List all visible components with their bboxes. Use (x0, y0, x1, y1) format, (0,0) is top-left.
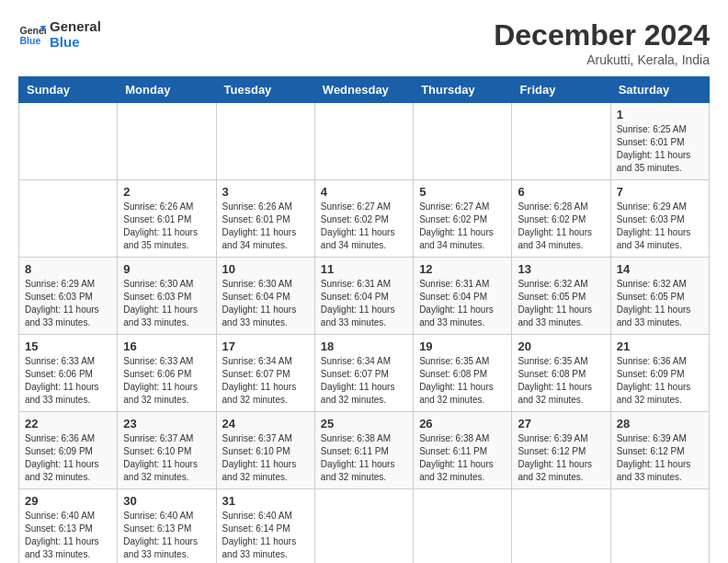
header-sunday: Sunday (19, 77, 118, 103)
day-info: Sunrise: 6:40 AMSunset: 6:13 PMDaylight:… (123, 510, 210, 561)
day-number: 13 (518, 262, 604, 276)
empty-cell (314, 489, 413, 564)
day-info: Sunrise: 6:26 AMSunset: 6:01 PMDaylight:… (222, 201, 309, 252)
day-number: 1 (617, 108, 703, 121)
day-cell-2: 2Sunrise: 6:26 AMSunset: 6:01 PMDaylight… (118, 180, 216, 258)
calendar-week-2: 2Sunrise: 6:26 AMSunset: 6:01 PMDaylight… (19, 180, 710, 258)
day-info: Sunrise: 6:26 AMSunset: 6:01 PMDaylight:… (123, 201, 210, 252)
day-info: Sunrise: 6:31 AMSunset: 6:04 PMDaylight:… (419, 278, 506, 329)
day-info: Sunrise: 6:30 AMSunset: 6:04 PMDaylight:… (222, 278, 309, 329)
day-cell-18: 18Sunrise: 6:34 AMSunset: 6:07 PMDayligh… (314, 335, 413, 412)
day-number: 23 (123, 417, 210, 431)
calendar-table: SundayMondayTuesdayWednesdayThursdayFrid… (18, 76, 710, 563)
day-info: Sunrise: 6:32 AMSunset: 6:05 PMDaylight:… (518, 278, 604, 329)
day-cell-12: 12Sunrise: 6:31 AMSunset: 6:04 PMDayligh… (414, 258, 512, 335)
day-cell-21: 21Sunrise: 6:36 AMSunset: 6:09 PMDayligh… (610, 335, 709, 412)
day-number: 20 (518, 339, 604, 353)
calendar-week-5: 22Sunrise: 6:36 AMSunset: 6:09 PMDayligh… (19, 412, 710, 489)
header-thursday: Thursday (414, 77, 512, 103)
day-number: 8 (25, 262, 111, 276)
day-cell-20: 20Sunrise: 6:35 AMSunset: 6:08 PMDayligh… (512, 335, 610, 412)
header-tuesday: Tuesday (216, 77, 314, 103)
day-number: 14 (617, 262, 703, 276)
calendar-week-6: 29Sunrise: 6:40 AMSunset: 6:13 PMDayligh… (19, 489, 710, 564)
empty-cell (19, 180, 118, 258)
day-number: 25 (321, 417, 407, 431)
day-number: 15 (25, 339, 111, 353)
day-cell-1: 1Sunrise: 6:25 AMSunset: 6:01 PMDaylight… (610, 103, 709, 180)
day-number: 16 (123, 339, 210, 353)
header-row: SundayMondayTuesdayWednesdayThursdayFrid… (19, 77, 710, 103)
title-block: December 2024 Arukutti, Kerala, India (494, 18, 710, 67)
day-info: Sunrise: 6:40 AMSunset: 6:14 PMDaylight:… (222, 510, 309, 561)
day-cell-19: 19Sunrise: 6:35 AMSunset: 6:08 PMDayligh… (414, 335, 512, 412)
header-wednesday: Wednesday (314, 77, 413, 103)
logo: General Blue General Blue (18, 18, 101, 50)
day-number: 18 (321, 339, 407, 353)
day-cell-7: 7Sunrise: 6:29 AMSunset: 6:03 PMDaylight… (610, 180, 709, 258)
month-year: December 2024 (494, 18, 710, 52)
day-number: 28 (617, 417, 703, 431)
header-friday: Friday (512, 77, 610, 103)
day-number: 19 (419, 339, 506, 353)
day-number: 12 (419, 262, 506, 276)
day-cell-22: 22Sunrise: 6:36 AMSunset: 6:09 PMDayligh… (19, 412, 118, 489)
day-info: Sunrise: 6:35 AMSunset: 6:08 PMDaylight:… (518, 355, 604, 407)
day-info: Sunrise: 6:34 AMSunset: 6:07 PMDaylight:… (321, 355, 407, 407)
day-info: Sunrise: 6:29 AMSunset: 6:03 PMDaylight:… (25, 278, 111, 329)
day-cell-16: 16Sunrise: 6:33 AMSunset: 6:06 PMDayligh… (118, 335, 216, 412)
day-info: Sunrise: 6:33 AMSunset: 6:06 PMDaylight:… (123, 355, 210, 407)
empty-cell (216, 103, 314, 180)
day-number: 29 (25, 494, 111, 508)
day-cell-14: 14Sunrise: 6:32 AMSunset: 6:05 PMDayligh… (610, 258, 709, 335)
day-info: Sunrise: 6:33 AMSunset: 6:06 PMDaylight:… (25, 355, 111, 407)
day-cell-31: 31Sunrise: 6:40 AMSunset: 6:14 PMDayligh… (216, 489, 314, 564)
calendar-week-3: 8Sunrise: 6:29 AMSunset: 6:03 PMDaylight… (19, 258, 710, 335)
day-cell-28: 28Sunrise: 6:39 AMSunset: 6:12 PMDayligh… (610, 412, 709, 489)
empty-cell (118, 103, 216, 180)
empty-cell (314, 103, 413, 180)
day-number: 27 (518, 417, 604, 431)
day-info: Sunrise: 6:40 AMSunset: 6:13 PMDaylight:… (25, 510, 111, 561)
day-info: Sunrise: 6:38 AMSunset: 6:11 PMDaylight:… (419, 432, 506, 484)
day-cell-17: 17Sunrise: 6:34 AMSunset: 6:07 PMDayligh… (216, 335, 314, 412)
day-cell-30: 30Sunrise: 6:40 AMSunset: 6:13 PMDayligh… (118, 489, 216, 564)
logo-icon: General Blue (18, 20, 46, 48)
day-cell-23: 23Sunrise: 6:37 AMSunset: 6:10 PMDayligh… (118, 412, 216, 489)
day-cell-25: 25Sunrise: 6:38 AMSunset: 6:11 PMDayligh… (314, 412, 413, 489)
day-info: Sunrise: 6:39 AMSunset: 6:12 PMDaylight:… (617, 432, 703, 484)
day-number: 24 (222, 417, 309, 431)
day-number: 31 (222, 494, 309, 508)
header-monday: Monday (118, 77, 216, 103)
empty-cell (512, 103, 610, 180)
calendar-week-4: 15Sunrise: 6:33 AMSunset: 6:06 PMDayligh… (19, 335, 710, 412)
day-info: Sunrise: 6:39 AMSunset: 6:12 PMDaylight:… (518, 432, 604, 484)
day-cell-24: 24Sunrise: 6:37 AMSunset: 6:10 PMDayligh… (216, 412, 314, 489)
empty-cell (19, 103, 118, 180)
day-cell-4: 4Sunrise: 6:27 AMSunset: 6:02 PMDaylight… (314, 180, 413, 258)
day-info: Sunrise: 6:28 AMSunset: 6:02 PMDaylight:… (518, 201, 604, 252)
day-info: Sunrise: 6:35 AMSunset: 6:08 PMDaylight:… (419, 355, 506, 407)
day-cell-15: 15Sunrise: 6:33 AMSunset: 6:06 PMDayligh… (19, 335, 118, 412)
day-cell-29: 29Sunrise: 6:40 AMSunset: 6:13 PMDayligh… (19, 489, 118, 564)
day-cell-26: 26Sunrise: 6:38 AMSunset: 6:11 PMDayligh… (414, 412, 512, 489)
day-info: Sunrise: 6:27 AMSunset: 6:02 PMDaylight:… (419, 201, 506, 252)
day-number: 6 (518, 185, 604, 199)
logo-general: General (50, 18, 101, 34)
day-number: 7 (617, 185, 703, 199)
day-number: 4 (321, 185, 407, 199)
day-number: 11 (321, 262, 407, 276)
day-cell-10: 10Sunrise: 6:30 AMSunset: 6:04 PMDayligh… (216, 258, 314, 335)
day-number: 30 (123, 494, 210, 508)
day-info: Sunrise: 6:37 AMSunset: 6:10 PMDaylight:… (123, 432, 210, 484)
day-number: 26 (419, 417, 506, 431)
page-header: General Blue General Blue December 2024 … (18, 18, 710, 67)
header-saturday: Saturday (610, 77, 709, 103)
day-info: Sunrise: 6:38 AMSunset: 6:11 PMDaylight:… (321, 432, 407, 484)
svg-text:Blue: Blue (20, 35, 41, 46)
day-info: Sunrise: 6:32 AMSunset: 6:05 PMDaylight:… (617, 278, 703, 329)
calendar-body: 1Sunrise: 6:25 AMSunset: 6:01 PMDaylight… (19, 103, 710, 564)
day-info: Sunrise: 6:30 AMSunset: 6:03 PMDaylight:… (123, 278, 210, 329)
empty-cell (414, 103, 512, 180)
calendar-header: SundayMondayTuesdayWednesdayThursdayFrid… (19, 77, 710, 103)
